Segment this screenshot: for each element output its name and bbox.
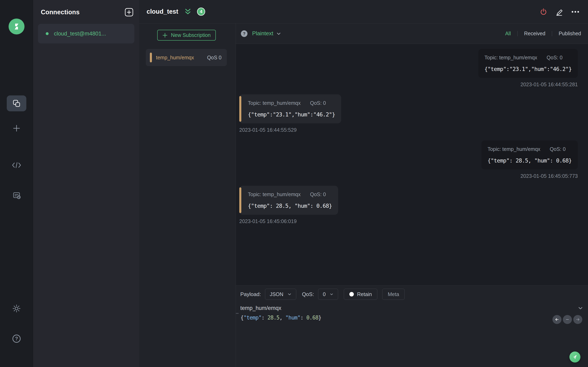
message-timestamp: 2023-01-05 16:44:55:529 [239, 127, 341, 133]
message-topic: Topic: temp_hum/emqx [484, 55, 537, 60]
filter-received[interactable]: Received [523, 31, 546, 36]
chevron-down-icon [330, 292, 333, 296]
history-next-button[interactable] [573, 315, 582, 324]
payload-format-select[interactable]: Plaintext [252, 30, 273, 37]
message-filters: AllReceivedPublished [504, 31, 582, 36]
double-chevron-down-icon [184, 8, 192, 16]
collapse-panel-button[interactable] [184, 8, 192, 16]
topic-input[interactable]: temp_hum/emqx [240, 305, 281, 311]
payload-type-select[interactable]: JSON [265, 289, 296, 300]
filter-published[interactable]: Published [558, 31, 582, 36]
message-payload: {"temp": 28.5, "hum": 0.68} [248, 203, 332, 209]
meta-button[interactable]: Meta [382, 289, 405, 300]
publish-panel: Payload: JSON QoS: 0 Retain [236, 285, 588, 367]
disconnect-button[interactable] [539, 8, 548, 16]
plus-square-icon [125, 8, 134, 17]
qos-select[interactable]: 0 [318, 289, 338, 300]
send-button[interactable] [570, 351, 580, 363]
arrow-right-icon [575, 317, 580, 322]
connections-panel: Connections cloud_test@m4801... [33, 0, 139, 367]
message-history-controls [553, 315, 582, 324]
svg-text:?: ? [243, 31, 245, 36]
editor-token-key: "temp" [243, 315, 261, 321]
payload-label: Payload: [240, 291, 261, 298]
nav-sidebar: ? [0, 0, 33, 367]
message-bubble[interactable]: Topic: temp_hum/emqx QoS: 0 {"temp":"23.… [239, 94, 341, 123]
svg-text:?: ? [15, 336, 18, 341]
editor-token-punct: } [318, 315, 321, 321]
chevron-down-icon[interactable] [276, 31, 281, 36]
message-item: Topic: temp_hum/emqx QoS: 0 {"temp": 28.… [239, 186, 338, 224]
editor-token-punct: : [300, 315, 306, 321]
sidebar-item-log[interactable] [7, 187, 26, 203]
filter-separator [517, 31, 518, 36]
message-bubble[interactable]: Topic: temp_hum/emqx QoS: 0 {"temp":"23.… [478, 49, 578, 78]
message-qos: QoS: 0 [310, 192, 326, 197]
topic-row: temp_hum/emqx [240, 304, 583, 313]
publish-controls: Payload: JSON QoS: 0 Retain [240, 289, 410, 300]
plus-icon [12, 124, 21, 133]
message-payload: {"temp":"23.1","hum":"46.2"} [484, 66, 572, 72]
connection-header-bar: cloud_test 4 [139, 0, 588, 24]
log-icon [12, 191, 21, 200]
collapse-editor-chevron-icon[interactable] [578, 305, 583, 311]
connections-list: cloud_test@m4801... [38, 24, 134, 43]
message-topic: Topic: temp_hum/emqx [488, 146, 540, 152]
editor-token-punct: : [261, 315, 268, 321]
retain-toggle[interactable]: Retain [344, 289, 377, 300]
payload-editor[interactable]: {"temp": 28.5, "hum": 0.68} [241, 315, 321, 321]
sidebar-item-script[interactable] [7, 157, 26, 173]
meta-label: Meta [388, 291, 399, 297]
qos-value: 0 [323, 291, 326, 297]
code-icon [11, 161, 22, 169]
message-meta: Topic: temp_hum/emqx QoS: 0 [488, 146, 572, 152]
qos-label: QoS: [302, 291, 314, 298]
sidebar-item-new-connection[interactable] [7, 120, 26, 136]
header-actions [539, 0, 580, 24]
editor-resize-handle[interactable] [236, 313, 239, 314]
message-qos: QoS: 0 [310, 100, 326, 106]
editor-token-key: "hum" [285, 315, 300, 321]
message-topic: Topic: temp_hum/emqx [248, 100, 301, 106]
add-connection-button[interactable] [125, 8, 134, 17]
mqttx-bolt-icon [12, 22, 21, 31]
message-timestamp: 2023-01-05 16:45:05:773 [481, 173, 578, 179]
message-item: Topic: temp_hum/emqx QoS: 0 {"temp": 28.… [481, 141, 578, 179]
editor-token-punct: { [241, 315, 243, 321]
sidebar-item-settings[interactable] [7, 300, 26, 317]
retain-indicator-dot [349, 292, 354, 296]
message-item: Topic: temp_hum/emqx QoS: 0 {"temp":"23.… [478, 49, 578, 87]
message-list: Topic: temp_hum/emqx QoS: 0 {"temp":"23.… [236, 44, 588, 285]
subscription-qos: QoS 0 [207, 55, 222, 60]
message-meta: Topic: temp_hum/emqx QoS: 0 [484, 55, 572, 60]
power-icon [539, 8, 548, 16]
connection-title: cloud_test [147, 8, 178, 15]
editor-token-number: 0.68 [306, 315, 318, 321]
editor-token-punct: , [279, 315, 285, 321]
more-options-button[interactable] [571, 8, 580, 16]
subscription-topic: temp_hum/emqx [156, 55, 207, 60]
filter-all[interactable]: All [504, 31, 512, 36]
new-subscription-button[interactable]: New Subscription [157, 30, 216, 41]
message-qos: QoS: 0 [546, 55, 562, 60]
sidebar-item-help[interactable]: ? [7, 331, 26, 347]
edit-connection-button[interactable] [555, 7, 563, 16]
payload-type-value: JSON [270, 291, 283, 297]
connections-header: Connections [41, 7, 134, 17]
message-bubble[interactable]: Topic: temp_hum/emqx QoS: 0 {"temp": 28.… [481, 141, 578, 169]
message-bubble[interactable]: Topic: temp_hum/emqx QoS: 0 {"temp": 28.… [239, 186, 338, 215]
history-prev-button[interactable] [553, 315, 562, 324]
subscription-item[interactable]: temp_hum/emqx QoS 0 [146, 49, 227, 66]
mqttx-logo [9, 18, 25, 34]
message-qos: QoS: 0 [550, 146, 566, 152]
history-clear-button[interactable] [563, 315, 572, 324]
message-timestamp: 2023-01-05 16:45:06:019 [239, 218, 338, 224]
question-circle-icon: ? [240, 30, 248, 38]
connection-list-item[interactable]: cloud_test@m4801... [38, 24, 134, 43]
format-help-button[interactable]: ? [240, 30, 248, 38]
message-meta: Topic: temp_hum/emqx QoS: 0 [248, 100, 335, 106]
retain-label: Retain [357, 291, 372, 297]
message-payload: {"temp": 28.5, "hum": 0.68} [488, 157, 572, 164]
sidebar-item-connections[interactable] [7, 95, 26, 111]
plus-icon [162, 33, 168, 38]
